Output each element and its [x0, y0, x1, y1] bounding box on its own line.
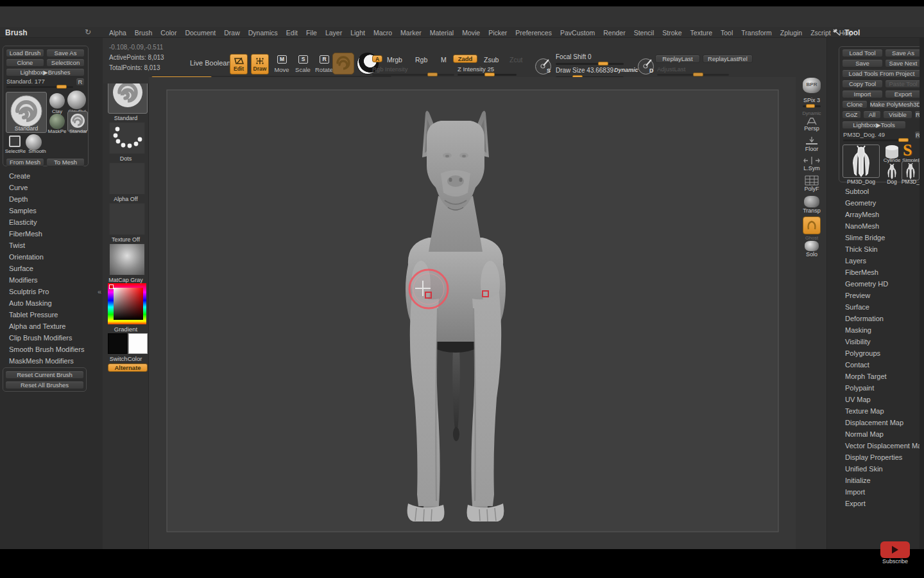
tool-menu-masking[interactable]: Masking	[845, 324, 924, 336]
focal-shift-slider[interactable]	[556, 63, 624, 65]
brush-size-slider-handle[interactable]	[56, 85, 67, 89]
switch-color-main[interactable]	[108, 333, 127, 354]
persp-icon[interactable]	[805, 118, 819, 125]
tool-clone-button[interactable]: Clone	[842, 100, 868, 109]
tool-menu-visibility[interactable]: Visibility	[845, 336, 924, 347]
shelf-alpha-off[interactable]	[109, 162, 145, 195]
right-edge-scrollbar[interactable]	[920, 38, 924, 549]
brush-menu-samples[interactable]: Samples	[9, 205, 99, 216]
menu-light[interactable]: Light	[350, 29, 365, 37]
from-mesh-button[interactable]: From Mesh	[6, 158, 44, 166]
tool-menu-surface[interactable]: Surface	[845, 301, 924, 313]
save-next-button[interactable]: Save Next	[885, 59, 921, 67]
reset-current-brush-button[interactable]: Reset Current Brush	[5, 371, 84, 379]
tool-menu-displacement-map[interactable]: Displacement Map	[845, 417, 924, 428]
menu-layer[interactable]: Layer	[325, 29, 342, 37]
adjust-last-slider[interactable]	[657, 74, 729, 76]
alpha-badge[interactable]: A	[372, 55, 382, 62]
shelf-texture-off[interactable]	[109, 203, 145, 235]
m-button[interactable]: M	[441, 56, 447, 64]
menu-document[interactable]: Document	[185, 29, 216, 37]
scale-button[interactable]: S Scale	[293, 55, 313, 74]
move-button[interactable]: M Move	[271, 55, 292, 74]
brush-thumb-selectre[interactable]	[9, 136, 21, 147]
menu-transform[interactable]: Transform	[741, 29, 771, 37]
menu-stencil[interactable]: Stencil	[634, 29, 654, 37]
brush-menu-smooth-brush-modifiers[interactable]: Smooth Brush Modifiers	[9, 344, 99, 355]
tool-menu-nanomesh[interactable]: NanoMesh	[845, 220, 924, 232]
brush-size-r-button[interactable]: R	[76, 78, 85, 86]
brush-thumb-clay[interactable]	[49, 93, 65, 109]
tool-menu-subtool[interactable]: Subtool	[845, 186, 924, 197]
brush-menu-elasticity[interactable]: Elasticity	[9, 216, 99, 228]
tool-menu-thick-skin[interactable]: Thick Skin	[845, 243, 924, 255]
tool-save-button[interactable]: Save	[842, 59, 883, 67]
zsub-button[interactable]: Zsub	[484, 56, 499, 64]
focal-shift-handle[interactable]	[598, 62, 608, 66]
tool-menu-geometry[interactable]: Geometry	[845, 197, 924, 209]
rgb-intensity-slider[interactable]	[372, 74, 454, 76]
brush-menu-clip-brush-modifiers[interactable]: Clip Brush Modifiers	[9, 332, 99, 344]
transp-icon[interactable]	[804, 196, 819, 207]
brush-thumb-standard[interactable]: Standard	[6, 92, 47, 133]
reset-all-brushes-button[interactable]: Reset All Brushes	[5, 381, 84, 389]
menu-picker[interactable]: Picker	[488, 29, 507, 37]
menu-brush[interactable]: Brush	[135, 29, 152, 37]
brush-thumb-claybui[interactable]	[67, 91, 86, 109]
tool-import-button[interactable]: Import	[842, 90, 883, 98]
menu-render[interactable]: Render	[603, 29, 625, 37]
menu-pavcustom[interactable]: PavCustom	[560, 29, 595, 37]
z-intensity-handle[interactable]	[484, 73, 495, 76]
brush-menu-sculptris-pro[interactable]: Sculptris Pro	[9, 286, 99, 297]
dynamic-toggle[interactable]: Dynamic	[614, 67, 638, 73]
dynamic-persp-label[interactable]: Dynamic	[798, 110, 825, 116]
menu-zplugin[interactable]: Zplugin	[780, 29, 802, 37]
brush-menu-create[interactable]: Create	[9, 170, 99, 182]
tool-menu-normal-map[interactable]: Normal Map	[845, 428, 924, 440]
brush-menu-maskmesh-modifiers[interactable]: MaskMesh Modifiers	[9, 355, 99, 367]
brush-menu-curve[interactable]: Curve	[9, 182, 99, 193]
lightbox-brushes-button[interactable]: Lightbox▶Brushes	[6, 68, 85, 76]
menu-marker[interactable]: Marker	[400, 29, 422, 37]
color-picker-cursor[interactable]	[109, 285, 114, 289]
brush-thumb-maskpe[interactable]	[49, 114, 65, 129]
copy-tool-button[interactable]: Copy Tool	[842, 80, 883, 88]
menu-color[interactable]: Color	[160, 29, 176, 37]
alternate-button[interactable]: Alternate	[108, 363, 148, 372]
brush-menu-depth[interactable]: Depth	[9, 193, 99, 205]
polyf-icon[interactable]	[804, 175, 819, 186]
load-tool-button[interactable]: Load Tool	[842, 49, 883, 57]
menu-file[interactable]: File	[306, 29, 317, 37]
tool-menu-fibermesh[interactable]: FiberMesh	[845, 267, 924, 278]
tool-menu-morph-target[interactable]: Morph Target	[845, 371, 924, 382]
adjust-last-handle[interactable]	[693, 73, 703, 76]
brush-menu-twist[interactable]: Twist	[9, 240, 99, 251]
menu-zscript[interactable]: Zscript	[810, 29, 831, 37]
brush-menu-modifiers[interactable]: Modifiers	[9, 274, 99, 286]
spix-handle[interactable]	[806, 104, 815, 108]
to-mesh-button[interactable]: To Mesh	[46, 158, 85, 166]
tool-menu-slime-bridge[interactable]: Slime Bridge	[845, 232, 924, 243]
tool-menu-export[interactable]: Export	[845, 498, 924, 509]
tool-slider[interactable]	[843, 139, 910, 141]
brush-menu-surface[interactable]: Surface	[9, 263, 99, 274]
draw-button[interactable]: Draw	[251, 54, 269, 74]
sculpt-canvas[interactable]	[149, 77, 796, 549]
zadd-button[interactable]: Zadd	[453, 55, 477, 63]
color-sv-square[interactable]	[114, 288, 143, 320]
switch-color-secondary[interactable]	[128, 333, 148, 354]
menu-texture[interactable]: Texture	[690, 29, 712, 37]
lightbox-tools-button[interactable]: Lightbox▶Tools	[842, 121, 906, 129]
tool-menu-import[interactable]: Import	[845, 486, 924, 498]
tool-menu-initialize[interactable]: Initialize	[845, 475, 924, 486]
stroke-dial-s[interactable]: S	[535, 58, 551, 74]
zcut-button[interactable]: Zcut	[509, 56, 522, 64]
replay-last-rel-button[interactable]: ReplayLastRel	[703, 55, 753, 63]
tool-thumb-dog[interactable]	[886, 164, 898, 179]
tool-menu-arraymesh[interactable]: ArrayMesh	[845, 209, 924, 220]
make-polymesh3d-button[interactable]: Make PolyMesh3D	[869, 100, 921, 109]
load-tools-from-project-button[interactable]: Load Tools From Project	[842, 69, 921, 78]
rgb-button[interactable]: Rgb	[415, 56, 427, 64]
tool-menu-contact[interactable]: Contact	[845, 359, 924, 371]
brush-size-slider[interactable]	[6, 86, 73, 88]
